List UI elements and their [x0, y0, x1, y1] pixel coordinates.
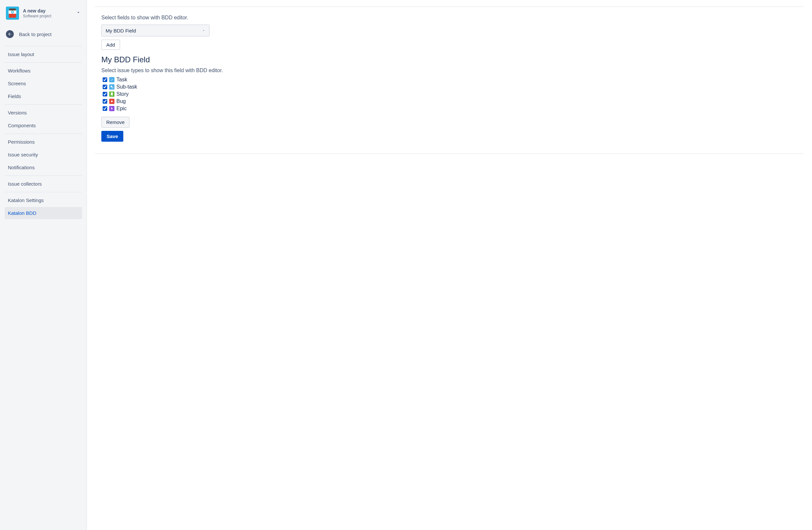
back-to-project[interactable]: Back to project — [4, 28, 82, 41]
sidebar: A new day Software project Back to proje… — [0, 0, 87, 530]
issue-type-row-task: Task — [103, 77, 804, 83]
caret-down-icon — [202, 28, 205, 33]
sidebar-item-issue-collectors[interactable]: Issue collectors — [4, 178, 82, 190]
divider — [4, 104, 82, 105]
save-button[interactable]: Save — [101, 131, 123, 142]
issue-type-row-subtask: Sub-task — [103, 84, 804, 90]
dropdown-selected: My BDD Field — [106, 28, 136, 33]
label-task: Task — [116, 77, 127, 83]
divider — [4, 175, 82, 176]
checkbox-epic[interactable] — [103, 106, 107, 111]
sidebar-item-permissions[interactable]: Permissions — [4, 136, 82, 148]
field-instruction: Select fields to show with BDD editor. — [95, 15, 804, 21]
divider — [4, 46, 82, 46]
issue-type-list: Task Sub-task Story — [95, 77, 804, 112]
checkbox-task[interactable] — [103, 77, 107, 82]
remove-button[interactable]: Remove — [101, 117, 130, 128]
task-icon — [109, 77, 114, 82]
project-name: A new day — [23, 8, 76, 14]
svg-point-2 — [111, 101, 113, 102]
label-bug: Bug — [116, 98, 126, 104]
sidebar-item-issue-security[interactable]: Issue security — [4, 148, 82, 161]
sidebar-item-katalon-settings[interactable]: Katalon Settings — [4, 194, 82, 206]
checkbox-story[interactable] — [103, 92, 107, 97]
project-icon — [6, 6, 19, 20]
sidebar-item-workflows[interactable]: Workflows — [4, 65, 82, 77]
label-epic: Epic — [116, 105, 127, 112]
chevron-down-icon[interactable] — [76, 10, 81, 16]
content-panel: Select fields to show with BDD editor. M… — [95, 6, 804, 154]
sidebar-item-notifications[interactable]: Notifications — [4, 161, 82, 173]
sidebar-item-versions[interactable]: Versions — [4, 106, 82, 119]
issue-type-row-epic: Epic — [103, 105, 804, 112]
divider — [4, 133, 82, 134]
sidebar-item-components[interactable]: Components — [4, 119, 82, 131]
main-content: Select fields to show with BDD editor. M… — [87, 0, 812, 530]
issue-instruction: Select issue types to show this field wi… — [95, 68, 804, 73]
issue-type-row-bug: Bug — [103, 98, 804, 104]
project-header[interactable]: A new day Software project — [4, 6, 82, 20]
divider — [4, 62, 82, 63]
section-title: My BDD Field — [95, 55, 804, 64]
story-icon — [109, 91, 114, 97]
checkbox-bug[interactable] — [103, 99, 107, 104]
back-label: Back to project — [19, 31, 52, 37]
issue-type-row-story: Story — [103, 91, 804, 97]
bdd-field-dropdown[interactable]: My BDD Field — [101, 25, 209, 37]
epic-icon — [109, 106, 114, 111]
project-type: Software project — [23, 14, 76, 18]
label-story: Story — [116, 91, 129, 97]
bug-icon — [109, 99, 114, 104]
sidebar-item-screens[interactable]: Screens — [4, 77, 82, 89]
sidebar-item-katalon-bdd[interactable]: Katalon BDD — [4, 207, 82, 219]
checkbox-subtask[interactable] — [103, 85, 107, 89]
arrow-left-icon — [6, 30, 14, 38]
divider — [4, 192, 82, 192]
subtask-icon — [109, 84, 114, 89]
sidebar-item-fields[interactable]: Fields — [4, 90, 82, 102]
label-subtask: Sub-task — [116, 84, 137, 90]
sidebar-item-issue-layout[interactable]: Issue layout — [4, 48, 82, 60]
add-button[interactable]: Add — [101, 40, 120, 50]
